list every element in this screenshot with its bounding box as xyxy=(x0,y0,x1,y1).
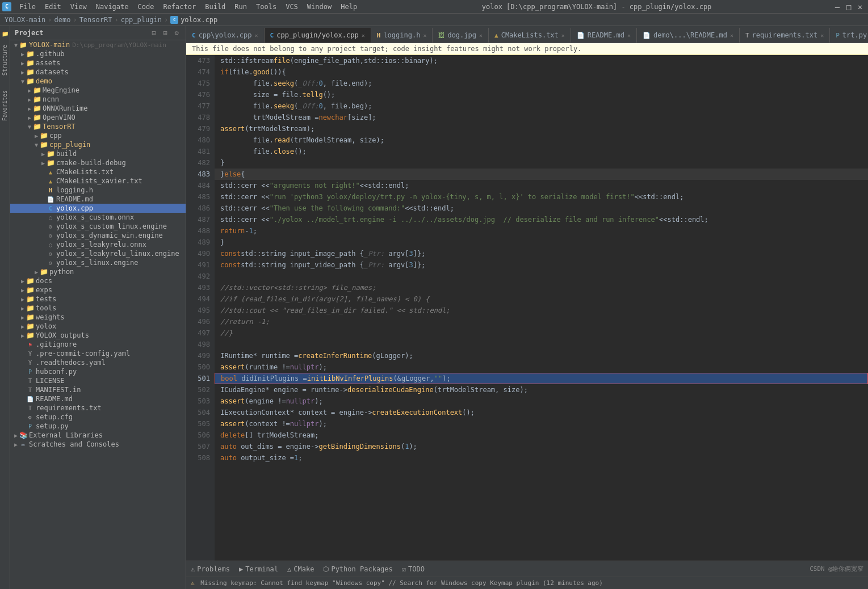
tree-item-docs[interactable]: ▶ 📁 docs xyxy=(10,276,186,285)
tab-close-button[interactable]: ✕ xyxy=(423,32,426,39)
menu-tools[interactable]: Tools xyxy=(251,2,281,12)
tab-demo-readme[interactable]: 📄 demo\...\README.md ✕ xyxy=(637,28,740,43)
tab-cpp-plugin-yolox[interactable]: C cpp_plugin/yolox.cpp ✕ xyxy=(265,28,371,43)
tree-item-readme-root[interactable]: ▶ 📄 README.md xyxy=(10,394,186,403)
tree-item-logging[interactable]: ▶ H logging.h xyxy=(10,186,186,195)
tree-item-cmakelists-xavier[interactable]: ▶ ▲ CMakeLists_xavier.txt xyxy=(10,176,186,186)
tree-item-build[interactable]: ▶ 📁 build xyxy=(10,149,186,158)
tree-item-precommit[interactable]: ▶ Y .pre-commit-config.yaml xyxy=(10,349,186,358)
expand-arrow[interactable]: ▼ xyxy=(12,41,19,48)
expand-all-button[interactable]: ⊞ xyxy=(161,28,170,37)
close-button[interactable]: ✕ xyxy=(854,1,866,12)
tree-item-demo[interactable]: ▼ 📁 demo xyxy=(10,77,186,86)
code-editor[interactable]: 473 474 475 476 477 478 479 480 481 482 … xyxy=(186,55,868,561)
tree-item-weights[interactable]: ▶ 📁 weights xyxy=(10,313,186,322)
tree-item-cmake-debug[interactable]: ▶ 📁 cmake-build-debug xyxy=(10,158,186,167)
collapse-all-button[interactable]: ⊟ xyxy=(149,28,158,37)
tab-trt-py[interactable]: P trt.py ✕ xyxy=(830,28,868,43)
tree-item-ncnn[interactable]: ▶ 📁 ncnn xyxy=(10,95,186,104)
tree-item-engine1[interactable]: ▶ ⚙ yolox_s_custom_linux.engine xyxy=(10,222,186,231)
tab-close-button[interactable]: ✕ xyxy=(730,32,733,39)
tree-item-engine4[interactable]: ▶ ⚙ yolox_s_linux.engine xyxy=(10,258,186,267)
tree-item-manifest[interactable]: ▶ T MANIFEST.in xyxy=(10,385,186,394)
terminal-tab[interactable]: ▶ Terminal xyxy=(239,565,278,573)
breadcrumb-item-2[interactable]: TensorRT xyxy=(79,16,112,24)
tree-item-tensorrt[interactable]: ▼ 📁 TensorRT xyxy=(10,122,186,131)
tree-item-megengine[interactable]: ▶ 📁 MegEngine xyxy=(10,86,186,95)
tree-item-assets[interactable]: ▶ 📁 assets xyxy=(10,58,186,68)
tab-logging-h[interactable]: H logging.h ✕ xyxy=(371,28,433,43)
tree-item-tools[interactable]: ▶ 📁 tools xyxy=(10,304,186,313)
tab-close-button[interactable]: ✕ xyxy=(627,32,631,39)
favorites-tab[interactable]: Favorites xyxy=(2,90,8,121)
python-packages-tab[interactable]: ⬡ Python Packages xyxy=(323,565,392,573)
line-num: 497 xyxy=(188,327,210,339)
menu-file[interactable]: File xyxy=(15,2,40,12)
tab-close-button[interactable]: ✕ xyxy=(255,32,258,39)
tree-item-yolox-folder[interactable]: ▶ 📁 yolox xyxy=(10,322,186,331)
menu-build[interactable]: Build xyxy=(200,2,230,12)
breadcrumb-item-0[interactable]: YOLOX-main xyxy=(5,16,45,24)
tree-item-tests[interactable]: ▶ 📁 tests xyxy=(10,294,186,304)
tree-item-onnxruntime[interactable]: ▶ 📁 ONNXRuntime xyxy=(10,104,186,113)
tree-item-readthedocs[interactable]: ▶ Y .readthedocs.yaml xyxy=(10,358,186,367)
tree-item-root[interactable]: ▼ 📁 YOLOX-main D:\cpp_program\YOLOX-main xyxy=(10,40,186,49)
tree-item-gitignore[interactable]: ▶ ⚑ .gitignore xyxy=(10,340,186,349)
cmake-tab[interactable]: △ CMake xyxy=(287,565,314,573)
tree-item-datasets[interactable]: ▶ 📁 datasets xyxy=(10,68,186,77)
menu-window[interactable]: Window xyxy=(303,2,336,12)
tree-item-yolox-cpp[interactable]: ▶ C yolox.cpp xyxy=(10,204,186,213)
problems-icon: ⚠ xyxy=(191,565,195,573)
tree-item-github[interactable]: ▶ 📁 .github xyxy=(10,49,186,58)
menu-navigate[interactable]: Navigate xyxy=(91,2,133,12)
tree-item-engine3[interactable]: ▶ ⚙ yolox_s_leakyrelu_linux.engine xyxy=(10,249,186,258)
breadcrumb-item-3[interactable]: cpp_plugin xyxy=(121,16,162,24)
menu-vcs[interactable]: VCS xyxy=(281,2,303,12)
engine-icon: ⚙ xyxy=(47,259,54,267)
tree-item-openvino[interactable]: ▶ 📁 OpenVINO xyxy=(10,113,186,122)
tree-item-cpp[interactable]: ▶ 📁 cpp xyxy=(10,131,186,140)
menu-edit[interactable]: Edit xyxy=(40,2,66,12)
breadcrumb-item-1[interactable]: demo xyxy=(54,16,70,24)
tab-close-button[interactable]: ✕ xyxy=(561,32,565,39)
tree-item-exps[interactable]: ▶ 📁 exps xyxy=(10,285,186,294)
code-content[interactable]: std::ifstream file(engine_file_path, std… xyxy=(215,55,868,561)
tree-item-scratches[interactable]: ▶ ✏ Scratches and Consoles xyxy=(10,440,186,449)
tree-item-python-folder[interactable]: ▶ 📁 python xyxy=(10,267,186,276)
tab-close-button[interactable]: ✕ xyxy=(479,32,483,39)
tab-dog-jpg[interactable]: 🖼 dog.jpg ✕ xyxy=(433,28,489,43)
tree-item-cpp-plugin[interactable]: ▼ 📁 cpp_plugin xyxy=(10,140,186,149)
menu-run[interactable]: Run xyxy=(230,2,251,12)
tree-item-cmakelists[interactable]: ▶ ▲ CMakeLists.txt xyxy=(10,167,186,176)
settings-button[interactable]: ⚙ xyxy=(172,28,181,37)
structure-tab[interactable]: Structure xyxy=(2,45,8,75)
tree-item-license[interactable]: ▶ T LICENSE xyxy=(10,376,186,385)
menu-code[interactable]: Code xyxy=(133,2,159,12)
tree-item-external-libs[interactable]: ▶ 📚 External Libraries xyxy=(10,431,186,440)
tab-readme[interactable]: 📄 README.md ✕ xyxy=(571,28,637,43)
tab-requirements[interactable]: T requirements.txt ✕ xyxy=(740,28,830,43)
status-text: Missing keymap: Cannot find keymap "Wind… xyxy=(200,579,603,587)
tree-item-readme-plugin[interactable]: ▶ 📄 README.md xyxy=(10,195,186,204)
menu-view[interactable]: View xyxy=(66,2,91,12)
tab-close-button[interactable]: ✕ xyxy=(820,32,824,39)
tree-item-onnx1[interactable]: ▶ ○ yolox_s_custom.onnx xyxy=(10,213,186,222)
project-icon[interactable]: 📁 xyxy=(2,31,9,37)
minimize-button[interactable]: — xyxy=(832,1,843,12)
tab-close-button[interactable]: ✕ xyxy=(362,32,365,39)
menu-help[interactable]: Help xyxy=(336,2,362,12)
tree-item-requirements[interactable]: ▶ T requirements.txt xyxy=(10,403,186,413)
tree-item-yolox-outputs[interactable]: ▶ 📁 YOLOX_outputs xyxy=(10,331,186,340)
tab-cpp-yolox[interactable]: C cpp\yolox.cpp ✕ xyxy=(186,28,265,43)
tree-item-setup-py[interactable]: ▶ P setup.py xyxy=(10,422,186,431)
tab-cmakelists[interactable]: ▲ CMakeLists.txt ✕ xyxy=(489,28,571,43)
tree-item-hubconf[interactable]: ▶ P hubconf.py xyxy=(10,367,186,376)
todo-tab[interactable]: ☑ TODO xyxy=(402,565,425,573)
tree-item-setup-cfg[interactable]: ▶ ⚙ setup.cfg xyxy=(10,413,186,422)
maximize-button[interactable]: □ xyxy=(843,1,854,12)
tree-item-onnx2[interactable]: ▶ ○ yolox_s_leakyrelu.onnx xyxy=(10,240,186,249)
tree-item-engine2[interactable]: ▶ ⚙ yolox_s_dynamic_win.engine xyxy=(10,231,186,240)
tree-label: TensorRT xyxy=(43,123,76,131)
menu-refactor[interactable]: Refactor xyxy=(158,2,200,12)
problems-tab[interactable]: ⚠ Problems xyxy=(191,565,230,573)
